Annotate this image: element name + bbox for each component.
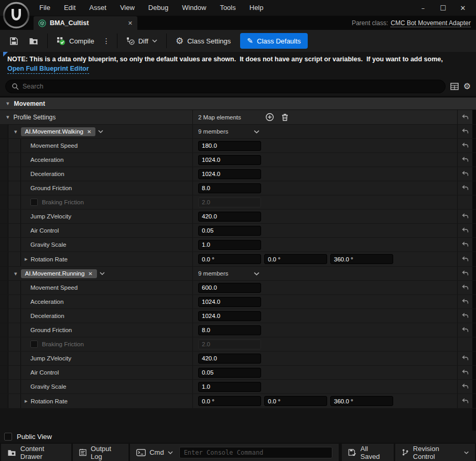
clear-map-icon[interactable] — [281, 113, 289, 122]
reset-to-default-icon[interactable] — [462, 313, 469, 319]
all-saved-button[interactable]: All Saved — [342, 444, 394, 461]
reset-to-default-icon[interactable] — [462, 383, 469, 390]
browse-to-asset-button[interactable] — [24, 33, 44, 49]
menu-view[interactable]: View — [113, 0, 142, 16]
expander-closed-icon[interactable]: ▸ — [25, 398, 28, 404]
reset-to-default-icon[interactable] — [462, 227, 469, 234]
menu-debug[interactable]: Debug — [142, 0, 175, 16]
reset-to-default-icon[interactable] — [462, 157, 469, 163]
expander-open-icon[interactable]: ▾ — [14, 129, 17, 135]
scrollbar-track[interactable] — [472, 295, 476, 309]
reset-to-default-icon[interactable] — [462, 270, 469, 277]
scrollbar-track[interactable] — [472, 394, 476, 408]
scrollbar-track[interactable] — [472, 267, 476, 280]
scrollbar-track[interactable] — [472, 153, 476, 167]
scrollbar-track[interactable] — [472, 252, 476, 266]
override-checkbox[interactable] — [30, 199, 38, 206]
scrollbar-track[interactable] — [472, 380, 476, 393]
expander-open-icon[interactable]: ▾ — [6, 101, 9, 106]
menu-asset[interactable]: Asset — [82, 0, 113, 16]
members-dropdown-icon[interactable] — [254, 130, 259, 134]
content-drawer-button[interactable]: Content Drawer — [1, 444, 71, 461]
scrollbar-track[interactable] — [472, 337, 476, 351]
property-value-input[interactable] — [198, 183, 261, 193]
scrollbar-track[interactable] — [472, 323, 476, 337]
class-settings-button[interactable]: ⚙ Class Settings — [170, 33, 236, 49]
rotation-y-input[interactable] — [264, 396, 327, 406]
tag-dropdown-icon[interactable] — [100, 272, 105, 275]
rotation-z-input[interactable] — [330, 396, 393, 406]
output-log-button[interactable]: Output Log — [73, 444, 128, 461]
gameplay-tag-chip[interactable]: AI.Movement.Walking ✕ — [21, 127, 96, 136]
remove-tag-icon[interactable]: ✕ — [88, 271, 92, 277]
property-value-input[interactable] — [198, 368, 261, 378]
reset-to-default-icon[interactable] — [462, 284, 469, 291]
public-view-checkbox[interactable] — [4, 433, 12, 441]
reset-to-default-icon[interactable] — [462, 369, 469, 376]
reset-to-default-icon[interactable] — [462, 256, 469, 262]
gameplay-tag-chip[interactable]: AI.Movement.Running ✕ — [21, 269, 97, 278]
reset-to-default-icon[interactable] — [462, 299, 469, 305]
menu-edit[interactable]: Edit — [57, 0, 82, 16]
open-full-blueprint-editor-link[interactable]: Open Full Blueprint Editor — [7, 65, 89, 74]
reset-to-default-icon[interactable] — [462, 114, 469, 120]
tab-bma-cultist[interactable]: BMA_Cultist ✕ — [34, 16, 137, 30]
scrollbar-track[interactable] — [472, 309, 476, 323]
scrollbar-track[interactable] — [472, 181, 476, 195]
reset-to-default-icon[interactable] — [462, 327, 469, 333]
close-tab-icon[interactable]: ✕ — [128, 20, 133, 27]
class-defaults-button[interactable]: ✎ Class Defaults — [240, 33, 308, 49]
reset-to-default-icon[interactable] — [462, 128, 469, 135]
compile-button[interactable]: Compile — [51, 33, 100, 49]
property-value-input[interactable] — [198, 297, 261, 307]
property-value-input[interactable] — [198, 141, 261, 151]
scrollbar-track[interactable] — [472, 110, 476, 124]
add-map-element-icon[interactable] — [265, 113, 274, 122]
tag-dropdown-icon[interactable] — [98, 130, 103, 133]
scrollbar-track[interactable] — [472, 139, 476, 152]
scrollbar-track[interactable] — [472, 167, 476, 181]
menu-tools[interactable]: Tools — [213, 0, 242, 16]
reset-to-default-icon[interactable] — [462, 398, 469, 404]
expander-open-icon[interactable]: ▾ — [6, 114, 9, 120]
minimize-icon[interactable]: – — [413, 4, 433, 12]
cmd-button[interactable]: Cmd — [136, 448, 172, 456]
reset-to-default-icon[interactable] — [462, 142, 469, 149]
scrollbar-track[interactable] — [472, 352, 476, 365]
settings-gear-icon[interactable]: ⚙ — [463, 82, 471, 91]
property-value-input[interactable] — [198, 283, 261, 293]
property-value-input[interactable] — [198, 311, 261, 321]
rotation-y-input[interactable] — [264, 254, 327, 264]
compile-options-icon[interactable]: ⋮ — [100, 37, 113, 45]
scrollbar-track[interactable] — [472, 224, 476, 237]
property-value-input[interactable] — [198, 325, 261, 335]
scrollbar-track[interactable] — [472, 366, 476, 379]
rotation-x-input[interactable] — [198, 396, 261, 406]
save-button[interactable] — [4, 33, 24, 49]
display-options-icon[interactable] — [450, 83, 459, 90]
scrollbar-track[interactable] — [472, 125, 476, 138]
rotation-x-input[interactable] — [198, 254, 261, 264]
property-value-input[interactable] — [198, 169, 261, 179]
expander-closed-icon[interactable]: ▸ — [25, 256, 28, 262]
members-dropdown-icon[interactable] — [254, 272, 259, 276]
search-box[interactable] — [5, 80, 446, 93]
menu-file[interactable]: File — [33, 0, 57, 16]
reset-to-default-icon[interactable] — [462, 213, 469, 219]
rotation-z-input[interactable] — [330, 254, 393, 264]
diff-button[interactable]: Diff — [121, 33, 163, 49]
property-value-input[interactable] — [198, 155, 261, 165]
property-value-input[interactable] — [198, 212, 261, 222]
menu-window[interactable]: Window — [175, 0, 213, 16]
reset-to-default-icon[interactable] — [462, 242, 469, 248]
close-window-icon[interactable]: ✕ — [453, 4, 473, 12]
console-command-input[interactable] — [179, 447, 332, 458]
parent-class-link[interactable]: CMC Bot Movement Adapter — [391, 19, 471, 27]
maximize-icon[interactable]: ☐ — [433, 4, 453, 12]
property-value-input[interactable] — [198, 226, 261, 236]
reset-to-default-icon[interactable] — [462, 185, 469, 191]
scrollbar-track[interactable] — [472, 281, 476, 294]
menu-help[interactable]: Help — [243, 0, 271, 16]
revision-control-button[interactable]: Revision Control — [395, 444, 475, 461]
search-input[interactable] — [23, 83, 439, 90]
